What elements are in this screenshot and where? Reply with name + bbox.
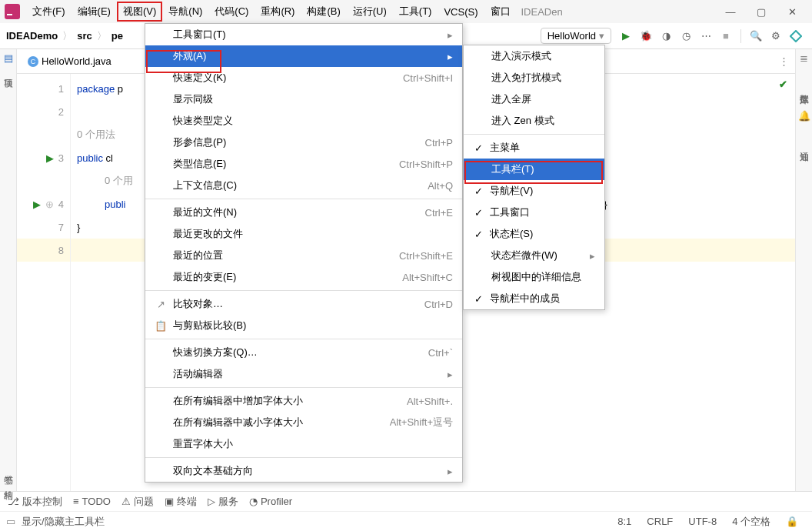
appearance-submenu-item[interactable]: 进入 Zen 模式 <box>464 110 604 132</box>
line-separator[interactable]: CRLF <box>647 516 673 527</box>
status-hint: 显示/隐藏主工具栏 <box>22 515 105 529</box>
jetbrains-icon[interactable] <box>787 28 804 45</box>
menu-item-shortcut: Alt+Shift+. <box>407 396 453 407</box>
view-menu-item[interactable]: 最近的文件(N)Ctrl+E <box>145 202 462 223</box>
services-tool[interactable]: ▷服务 <box>208 495 238 509</box>
file-tab[interactable]: C HelloWorld.java <box>22 52 118 70</box>
view-menu-item[interactable]: 快速类型定义 <box>145 110 462 132</box>
branch-icon: ⎇ <box>8 496 19 507</box>
appearance-submenu-item[interactable]: 进入演示模式 <box>464 45 604 67</box>
run-gutter-icon[interactable]: ▶ <box>46 152 54 164</box>
view-menu-item[interactable]: 快速定义(K)Ctrl+Shift+I <box>145 67 462 88</box>
menu-navigate[interactable]: 导航(N) <box>162 2 208 22</box>
menu-view[interactable]: 视图(V) <box>117 2 162 22</box>
view-menu-item[interactable]: 📋与剪贴板比较(B) <box>145 315 462 336</box>
app-title: IDEADen <box>521 6 563 18</box>
menu-refactor[interactable]: 重构(R) <box>255 2 301 22</box>
chevron-down-icon: ▾ <box>599 30 604 42</box>
profile-icon[interactable]: ◷ <box>677 28 694 45</box>
menu-item-label: 快速定义(K) <box>173 71 378 85</box>
view-menu-item[interactable]: 在所有编辑器中增加字体大小Alt+Shift+. <box>145 390 462 412</box>
menu-run[interactable]: 运行(U) <box>347 2 393 22</box>
breadcrumb[interactable]: IDEADemo 〉 src 〉 pe <box>6 29 123 43</box>
run-config-selector[interactable]: HelloWorld▾ <box>541 28 611 44</box>
tool-window-bar: ⎇版本控制 ≡TODO ⚠问题 ▣终端 ▷服务 ◔Profiler <box>0 491 812 511</box>
menu-window[interactable]: 窗口 <box>484 2 517 22</box>
view-menu-item[interactable]: 形参信息(P)Ctrl+P <box>145 132 462 153</box>
breadcrumb-src[interactable]: src <box>77 30 92 42</box>
indent-setting[interactable]: 4 个空格 <box>732 515 770 529</box>
menu-build[interactable]: 构建(B) <box>301 2 346 22</box>
menu-file[interactable]: 文件(F) <box>26 2 72 22</box>
appearance-submenu-item[interactable]: ✓工具窗口 <box>464 202 604 223</box>
breadcrumb-pkg[interactable]: pe <box>111 30 123 42</box>
chevron-right-icon: 〉 <box>97 29 107 43</box>
view-menu-item[interactable]: 外观(A)▸ <box>145 45 462 67</box>
notifications-tool-icon[interactable]: 🔔 <box>798 110 810 122</box>
menu-code[interactable]: 代码(C) <box>208 2 255 22</box>
menu-item-shortcut: Ctrl+D <box>424 299 453 310</box>
appearance-submenu-item[interactable]: 进入全屏 <box>464 88 604 110</box>
appearance-submenu-item[interactable]: 工具栏(T) <box>464 159 604 180</box>
appearance-submenu-popup: 进入演示模式进入免打扰模式进入全屏进入 Zen 模式✓主菜单工具栏(T)✓导航栏… <box>463 45 605 310</box>
view-menu-item[interactable]: 最近的变更(E)Alt+Shift+C <box>145 266 462 288</box>
run-gutter-icon[interactable]: ▶ <box>33 199 41 210</box>
menu-item-label: 上下文信息(C) <box>173 179 403 192</box>
toggle-toolbar-icon[interactable]: ▭ <box>6 516 15 527</box>
view-menu-item[interactable]: 重置字体大小 <box>145 433 462 455</box>
menu-vcs[interactable]: VCS(S) <box>438 3 484 21</box>
appearance-submenu-item[interactable]: 状态栏微件(W)▸ <box>464 245 604 266</box>
profiler-tool[interactable]: ◔Profiler <box>249 496 292 507</box>
view-menu-item[interactable]: 快速切换方案(Q)…Ctrl+` <box>145 342 462 363</box>
menu-item-label: 双向文本基础方向 <box>173 464 432 478</box>
vcs-tool[interactable]: ⎇版本控制 <box>8 495 62 509</box>
debug-icon[interactable]: 🐞 <box>637 28 654 45</box>
view-menu-item[interactable]: 最近更改的文件 <box>145 223 462 245</box>
tab-more-icon[interactable]: ⋮ <box>779 55 789 67</box>
menu-item-label: 最近更改的文件 <box>173 227 453 241</box>
view-menu-item[interactable]: 最近的位置Ctrl+Shift+E <box>145 245 462 266</box>
view-menu-item[interactable]: 双向文本基础方向▸ <box>145 460 462 482</box>
attach-icon[interactable]: ⋯ <box>697 28 714 45</box>
terminal-tool[interactable]: ▣终端 <box>165 495 197 509</box>
chevron-right-icon: 〉 <box>62 29 72 43</box>
menu-item-shortcut: Alt+Shift+C <box>402 272 453 283</box>
file-encoding[interactable]: UTF-8 <box>688 516 717 527</box>
problems-tool[interactable]: ⚠问题 <box>121 495 154 509</box>
menu-item-label: 形参信息(P) <box>173 135 401 149</box>
svg-marker-2 <box>790 31 801 42</box>
run-icon[interactable]: ▶ <box>617 28 634 45</box>
stop-icon[interactable]: ■ <box>717 28 734 45</box>
view-menu-item[interactable]: 工具窗口(T)▸ <box>145 24 462 45</box>
database-tool-icon[interactable]: ≣ <box>800 52 808 64</box>
project-tool-icon[interactable]: ▤ <box>4 52 13 64</box>
left-tool-strip: ▤ 项目 书签 结构 <box>0 49 17 491</box>
view-menu-item[interactable]: 活动编辑器▸ <box>145 363 462 385</box>
appearance-submenu-item[interactable]: ✓导航栏中的成员 <box>464 288 604 309</box>
view-menu-item[interactable]: 在所有编辑器中减小字体大小Alt+Shift+逗号 <box>145 412 462 433</box>
submenu-arrow-icon: ▸ <box>448 29 453 41</box>
view-menu-item[interactable]: 上下文信息(C)Alt+Q <box>145 175 462 196</box>
todo-tool[interactable]: ≡TODO <box>73 496 111 507</box>
check-icon: ✓ <box>473 142 484 154</box>
close-button[interactable]: ✕ <box>777 6 807 18</box>
appearance-submenu-item[interactable]: 进入免打扰模式 <box>464 67 604 88</box>
menu-edit[interactable]: 编辑(E) <box>72 2 117 22</box>
breadcrumb-root[interactable]: IDEADemo <box>6 30 58 42</box>
appearance-submenu-item[interactable]: 树视图中的详细信息 <box>464 266 604 288</box>
search-icon[interactable]: 🔍 <box>747 28 764 45</box>
maximize-button[interactable]: ▢ <box>746 6 777 18</box>
caret-position[interactable]: 8:1 <box>617 516 631 527</box>
view-menu-item[interactable]: 类型信息(E)Ctrl+Shift+P <box>145 153 462 175</box>
appearance-submenu-item[interactable]: ✓主菜单 <box>464 137 604 159</box>
appearance-submenu-item[interactable]: ✓状态栏(S) <box>464 223 604 245</box>
coverage-icon[interactable]: ◑ <box>657 28 674 45</box>
view-menu-item[interactable]: 显示同级 <box>145 88 462 110</box>
readonly-lock-icon[interactable]: 🔒 <box>786 516 798 527</box>
appearance-submenu-item[interactable]: ✓导航栏(V) <box>464 180 604 202</box>
app-logo-icon <box>5 4 20 19</box>
minimize-button[interactable]: — <box>715 6 746 18</box>
view-menu-item[interactable]: ↗比较对象…Ctrl+D <box>145 293 462 315</box>
settings-icon[interactable]: ⚙ <box>767 28 784 45</box>
menu-tools[interactable]: 工具(T) <box>393 2 438 22</box>
